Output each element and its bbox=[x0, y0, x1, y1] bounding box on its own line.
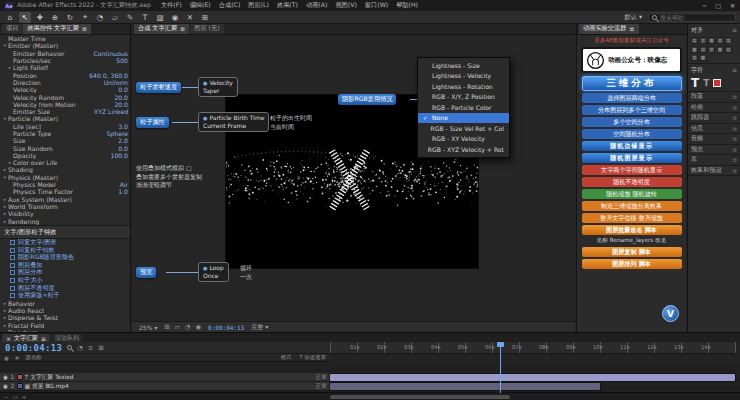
property-row[interactable]: Opacity 100.0 bbox=[0, 152, 130, 159]
checkbox-icon[interactable] bbox=[10, 263, 15, 268]
motion-blur-icon[interactable]: ◔ bbox=[77, 344, 83, 352]
tutorial-tag[interactable]: 图层复制 脚本 bbox=[582, 247, 682, 257]
pen-tool-icon[interactable]: ✎ bbox=[124, 12, 136, 23]
tutorial-tag[interactable]: 整齐文字位移 整齐缩放 bbox=[582, 213, 682, 223]
pan-camera-tool-icon[interactable]: ⌖ bbox=[79, 12, 91, 23]
property-row[interactable]: Size Random 0.0 bbox=[0, 144, 130, 151]
panel-menu-icon[interactable]: ≡ bbox=[180, 25, 185, 32]
checkbox-icon[interactable] bbox=[10, 286, 15, 291]
menu-item[interactable]: 合成(C) bbox=[219, 1, 241, 10]
dropdown-option[interactable]: Lightness - Rotation bbox=[418, 81, 509, 92]
dropdown-option[interactable]: ✓ None bbox=[418, 113, 509, 124]
close-button[interactable]: ✕ bbox=[730, 2, 735, 9]
help-search-input[interactable] bbox=[660, 14, 730, 21]
resolution-selector[interactable]: 完整 ▾ bbox=[251, 323, 268, 332]
puppet-tool-icon[interactable]: ⊞ bbox=[199, 12, 211, 23]
property-row[interactable]: ▾ Emitter (Master) bbox=[0, 42, 130, 49]
tutorial-tag[interactable]: 名称 Rename_layers 改名 bbox=[582, 237, 682, 245]
property-row[interactable]: ▸ Fractal Field bbox=[0, 321, 130, 328]
column-track-matte[interactable]: T 轨道遮罩 bbox=[299, 354, 326, 361]
property-row[interactable]: Size 2.0 bbox=[0, 137, 130, 144]
current-time-indicator[interactable] bbox=[500, 342, 501, 393]
time-ruler[interactable]: 01s02s03s04s05s06s07s08s09s10s11s12s13s1… bbox=[330, 342, 736, 354]
property-value[interactable]: Continuous bbox=[91, 50, 128, 57]
visibility-eye-icon[interactable]: ◉ bbox=[3, 383, 8, 389]
tutorial-tag[interactable]: 随机不透明度 bbox=[582, 177, 682, 187]
property-value[interactable]: 0.0 bbox=[115, 145, 128, 152]
tab-composition[interactable]: 合成 文字汇聚 ≡ bbox=[134, 23, 189, 34]
tutorial-tag[interactable]: 随机缩放 随机旋转 bbox=[582, 189, 682, 199]
property-row[interactable]: ▸ World Transform bbox=[0, 203, 130, 210]
tutorial-tag[interactable]: 制造三维缩放分离效果 bbox=[582, 201, 682, 211]
home-tool-icon[interactable]: ⌂ bbox=[4, 12, 16, 23]
menu-item[interactable]: 视图(V) bbox=[335, 1, 356, 10]
checkbox-icon[interactable] bbox=[10, 248, 15, 253]
layer-color-chip[interactable] bbox=[17, 374, 23, 380]
align-icon[interactable]: ▥ bbox=[708, 46, 715, 53]
property-value[interactable]: 0.0 bbox=[115, 86, 128, 93]
align-icon[interactable]: ▨ bbox=[691, 54, 698, 61]
align-icon[interactable]: ▧ bbox=[725, 46, 732, 53]
align-icon[interactable]: ▨ bbox=[725, 37, 732, 44]
close-icon[interactable]: × bbox=[6, 335, 11, 342]
property-value[interactable]: 100.0 bbox=[108, 152, 128, 159]
align-icon[interactable]: ▤ bbox=[700, 46, 707, 53]
grid-guides-icon[interactable]: ⊞ bbox=[164, 323, 169, 331]
align-icon[interactable]: ▤ bbox=[691, 37, 698, 44]
checkbox-icon[interactable] bbox=[10, 240, 15, 245]
dropdown-option[interactable]: RGB - Size Vel Rot + Col bbox=[418, 123, 509, 134]
search-icon[interactable] bbox=[67, 345, 72, 350]
tutorial-tag[interactable]: 图层批量改名 脚本 bbox=[582, 225, 682, 235]
checkbox-icon[interactable] bbox=[10, 293, 15, 298]
panel-menu-icon[interactable]: ≡ bbox=[82, 25, 87, 32]
panel-menu-icon[interactable]: ≡ bbox=[732, 104, 737, 111]
stamp-tool-icon[interactable]: ◉ bbox=[169, 12, 181, 23]
dock-panel-tab[interactable]: 信息 ≡ bbox=[688, 124, 740, 135]
checkbox-icon[interactable] bbox=[10, 278, 15, 283]
tutorial-tag[interactable]: 随机图层显示 bbox=[582, 153, 682, 163]
property-row[interactable]: Life [sec] 3.0 bbox=[0, 123, 130, 130]
layer-name[interactable]: 背景 BG.mp4 bbox=[32, 382, 69, 391]
dock-panel-tab[interactable]: 跟踪器 ≡ bbox=[688, 113, 740, 124]
property-row[interactable]: ▾ Particle (Master) bbox=[0, 115, 130, 122]
property-value[interactable]: 2.0 bbox=[115, 137, 128, 144]
property-row[interactable]: Velocity 0.0 bbox=[0, 86, 130, 93]
hand-tool-icon[interactable]: ✚ bbox=[34, 12, 46, 23]
dropdown-option[interactable]: RGB - X/Y, Z Position bbox=[418, 92, 509, 103]
property-value[interactable]: Air bbox=[117, 181, 128, 188]
property-value[interactable]: 20.0 bbox=[111, 94, 128, 101]
zoom-tool-icon[interactable]: ⊕ bbox=[49, 12, 61, 23]
rotation-tool-icon[interactable]: ◔ bbox=[94, 12, 106, 23]
dock-panel-tab[interactable]: 效果和预设 ≡ bbox=[688, 166, 740, 177]
property-row[interactable]: Velocity Random 20.0 bbox=[0, 93, 130, 100]
column-mode[interactable]: 模式 bbox=[281, 354, 292, 361]
property-row[interactable]: Particle Type Sphere bbox=[0, 130, 130, 137]
menu-item[interactable]: 文件(F) bbox=[161, 1, 182, 10]
tab-project[interactable]: 项目 bbox=[2, 24, 22, 34]
mask-visibility-icon[interactable]: ▱ bbox=[175, 323, 180, 331]
property-row[interactable]: Master Time bbox=[0, 35, 130, 42]
menu-item[interactable]: 效果(T) bbox=[277, 1, 298, 10]
frame-blend-icon[interactable]: ⊞ bbox=[98, 344, 103, 352]
property-row[interactable]: ▸ Shading bbox=[0, 166, 130, 173]
dropdown-option[interactable]: RGB - Particle Color bbox=[418, 102, 509, 113]
current-timecode[interactable]: 0:00:04:13 bbox=[5, 343, 62, 353]
tab-timeline-composition[interactable]: × 文字汇聚 ≡ bbox=[2, 334, 50, 342]
timeline-layer-row[interactable]: ◉ 2 ▦ 背景 BG.mp4 正常 bbox=[0, 382, 330, 391]
brush-tool-icon[interactable]: ▨ bbox=[154, 12, 166, 23]
tab-tutorial[interactable]: 动画实验交流群 ≡ bbox=[579, 23, 639, 34]
panel-menu-icon[interactable]: ≡ bbox=[629, 25, 634, 32]
property-value[interactable]: XYZ Linked bbox=[91, 108, 128, 115]
property-row[interactable]: Emitter Behavior Continuous bbox=[0, 50, 130, 57]
layer-blend-mode[interactable]: 正常 bbox=[315, 373, 327, 382]
property-row[interactable]: Physics Time Factor 1.0 bbox=[0, 188, 130, 195]
tab-effect-controls[interactable]: 效果控件 文字汇聚 ≡ bbox=[23, 24, 91, 34]
menu-item[interactable]: 窗口(W) bbox=[365, 1, 388, 10]
scrollbar-thumb[interactable] bbox=[330, 395, 510, 399]
menu-item[interactable]: 编辑(E) bbox=[190, 1, 211, 10]
layer-duration-bar[interactable] bbox=[330, 374, 735, 381]
viewer-timecode[interactable]: 0:00:04:13 bbox=[208, 324, 244, 331]
property-row[interactable]: ▸ Rendering bbox=[0, 217, 130, 224]
property-row[interactable]: Physics Model Air bbox=[0, 181, 130, 188]
help-search[interactable] bbox=[648, 13, 736, 22]
